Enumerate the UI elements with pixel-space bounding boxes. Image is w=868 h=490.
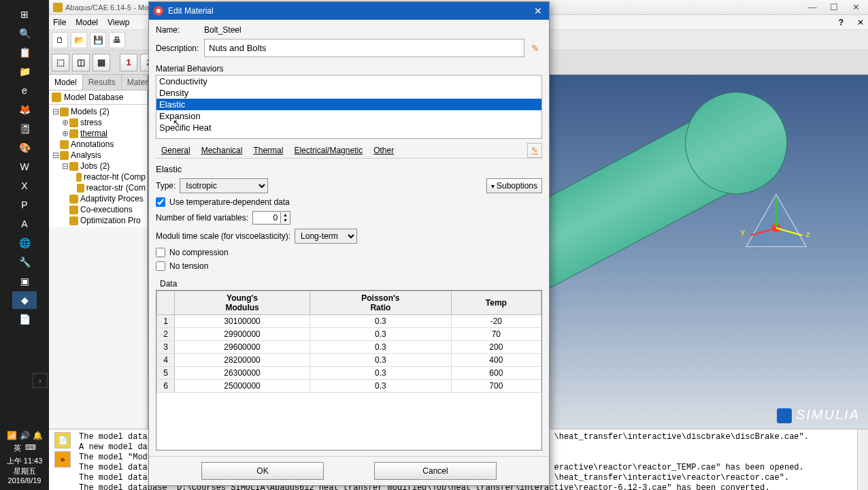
table-row[interactable]: 4282000000.3400 [157,354,541,367]
table-cell[interactable]: 28200000 [175,354,310,367]
temp-dependent-checkbox[interactable] [156,197,165,207]
table-cell[interactable]: 0.3 [310,367,452,380]
taskbar-app-14[interactable]: ▣ [12,272,37,290]
taskbar-app-0[interactable]: ⊞ [12,5,37,23]
menu-thermal[interactable]: Thermal [248,143,288,158]
tab-results[interactable]: Results [83,75,122,90]
table-row[interactable]: 2299000000.370 [157,328,541,341]
model-database-header[interactable]: Model Database [49,91,147,105]
table-cell[interactable]: 29600000 [175,341,310,354]
material-behaviors-list[interactable]: ConductivityDensityElasticExpansionSpeci… [156,75,542,139]
table-cell[interactable]: 0.3 [310,315,452,328]
message-warn-button[interactable]: » [54,451,71,468]
table-cell[interactable]: -20 [451,315,541,328]
field-vars-input[interactable] [253,213,280,223]
taskbar-app-7[interactable]: 🎨 [12,139,37,157]
table-cell[interactable]: 0.3 [310,328,452,341]
print-button[interactable]: 🖶 [109,32,125,48]
behavior-item[interactable]: Specific Heat [156,122,541,133]
table-cell[interactable]: 26300000 [175,367,310,380]
table-row[interactable]: 5263000000.3600 [157,367,541,380]
open-button[interactable]: 📂 [71,32,87,48]
save-button[interactable]: 💾 [90,32,106,48]
taskbar-app-2[interactable]: 📋 [12,44,37,61]
dialog-titlebar[interactable]: Edit Material ✕ [149,2,549,20]
table-cell[interactable]: 70 [451,328,541,341]
suboptions-button[interactable]: Suboptions [486,178,542,193]
table-cell[interactable]: 0.3 [310,354,452,367]
taskbar-app-6[interactable]: 📓 [12,120,37,137]
cancel-button[interactable]: Cancel [374,462,497,480]
wifi-icon[interactable]: 📶 [7,431,17,440]
taskbar-app-11[interactable]: A [12,215,37,233]
menu-mechanical[interactable]: Mechanical [196,143,248,158]
menu-electrical[interactable]: Electrical/Magnetic [288,143,368,158]
menu-file[interactable]: File [53,18,66,27]
tree-item[interactable]: ⊟Jobs (2) [49,161,147,172]
behavior-item[interactable]: Density [156,87,541,99]
taskbar-app-12[interactable]: 🌐 [12,234,37,252]
message-scrollbar[interactable] [857,429,868,490]
tree-item[interactable]: reactor-str (Com [49,182,147,193]
ime-lang[interactable]: 英 [14,443,21,453]
table-cell[interactable]: 0.3 [310,380,452,393]
keyboard-icon[interactable]: ⌨ [25,443,36,453]
close-window-button[interactable]: ✕ [848,2,864,12]
tree-item[interactable]: reactor-ht (Comp [49,172,147,182]
type-select[interactable]: Isotropic [180,178,268,193]
field-vars-spinner[interactable]: ▲▼ [252,211,290,225]
tree-item[interactable]: Adaptivity Proces [49,193,147,204]
taskbar-app-9[interactable]: X [12,177,37,195]
taskbar-app-16[interactable]: 📄 [12,310,37,328]
taskbar-app-5[interactable]: 🦊 [12,101,37,118]
tree-item[interactable]: ⊕stress [49,117,147,128]
behavior-item[interactable]: Elastic [156,99,541,110]
taskbar-app-13[interactable]: 🔧 [12,253,37,271]
behavior-item[interactable]: Conductivity [156,76,541,87]
new-button[interactable]: 🗋 [52,32,68,48]
column-header[interactable]: Poisson'sRatio [310,291,452,315]
edit-behavior-button[interactable]: ✎ [527,143,542,158]
help-icon[interactable]: ? [839,18,844,27]
no-compression-checkbox[interactable] [156,248,165,257]
table-cell[interactable]: 700 [451,380,541,393]
menu-other[interactable]: Other [368,143,399,158]
behavior-item[interactable]: Expansion [156,110,541,122]
tree-item[interactable]: ⊕thermal [49,128,147,139]
spin-down[interactable]: ▼ [281,218,290,223]
taskbar-app-1[interactable]: 🔍 [12,24,37,42]
taskbar-flyout-button[interactable]: › [33,373,48,388]
taskbar-app-8[interactable]: W [12,158,37,176]
inner-close-icon[interactable]: ✕ [857,18,864,27]
volume-icon[interactable]: 🔊 [20,431,30,440]
table-cell[interactable]: 30100000 [175,315,310,328]
message-info-button[interactable]: 📄 [54,432,71,448]
clock-time[interactable]: 上午 11:43 [0,456,49,466]
minimize-button[interactable]: — [804,2,820,12]
tree-item[interactable]: ⊟Analysis [49,150,147,161]
data-table[interactable]: Young'sModulusPoisson'sRatioTemp 1301000… [156,290,542,451]
table-row[interactable]: 6250000000.3700 [157,380,541,393]
maximize-button[interactable]: ☐ [826,2,842,12]
no-tension-checkbox[interactable] [156,261,165,271]
table-row[interactable]: 1301000000.3-20 [157,315,541,328]
view-cube-button[interactable]: ◫ [72,54,90,71]
taskbar-app-3[interactable]: 📁 [12,63,37,80]
tree-item[interactable]: Optimization Pro [49,215,147,226]
view-box-button[interactable]: ▦ [93,54,110,71]
tree-item[interactable]: Annotations [49,139,147,150]
table-cell[interactable]: 200 [451,341,541,354]
column-header[interactable]: Young'sModulus [175,291,310,315]
table-cell[interactable]: 600 [451,367,541,380]
description-input[interactable] [204,39,524,57]
tree-item[interactable]: ⊟Models (2) [49,106,147,117]
taskbar-app-10[interactable]: P [12,196,37,214]
tab-model[interactable]: Model [49,75,83,90]
dialog-close-button[interactable]: ✕ [531,4,545,18]
column-header[interactable]: Temp [451,291,541,315]
ok-button[interactable]: OK [201,462,324,480]
edit-description-button[interactable]: ✎ [529,42,542,55]
menu-general[interactable]: General [156,143,196,158]
taskbar-app-4[interactable]: e [12,82,37,99]
table-cell[interactable]: 400 [451,354,541,367]
